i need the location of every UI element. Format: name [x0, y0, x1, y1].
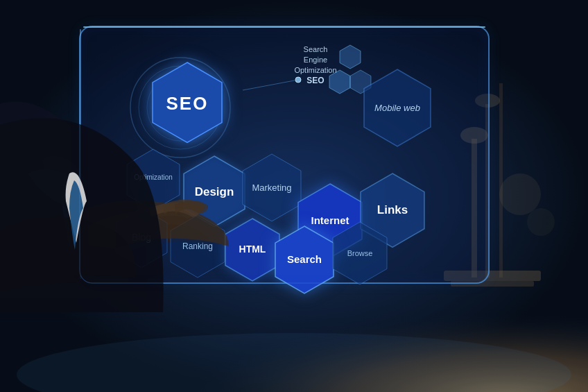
svg-text:Links: Links — [377, 203, 408, 216]
scene-svg: Search Engine Optimization SEO SEO Optim… — [0, 0, 588, 392]
svg-point-11 — [527, 208, 555, 236]
svg-text:HTML: HTML — [239, 244, 266, 255]
svg-text:Search: Search — [304, 45, 328, 53]
svg-text:Engine: Engine — [304, 56, 327, 64]
svg-text:Design: Design — [195, 185, 234, 198]
svg-rect-5 — [499, 83, 503, 278]
svg-text:Ranking: Ranking — [182, 241, 213, 251]
svg-text:SEO: SEO — [306, 76, 324, 85]
svg-text:Marketing: Marketing — [252, 182, 291, 193]
svg-point-10 — [499, 173, 541, 215]
svg-text:Mobile web: Mobile web — [374, 103, 420, 113]
svg-text:SEO: SEO — [166, 93, 209, 114]
main-scene: Search Engine Optimization SEO SEO Optim… — [0, 0, 588, 392]
svg-text:Internet: Internet — [311, 214, 349, 226]
svg-text:Optimization: Optimization — [294, 66, 336, 74]
svg-text:Search: Search — [287, 253, 322, 265]
svg-text:Browse: Browse — [347, 249, 373, 257]
